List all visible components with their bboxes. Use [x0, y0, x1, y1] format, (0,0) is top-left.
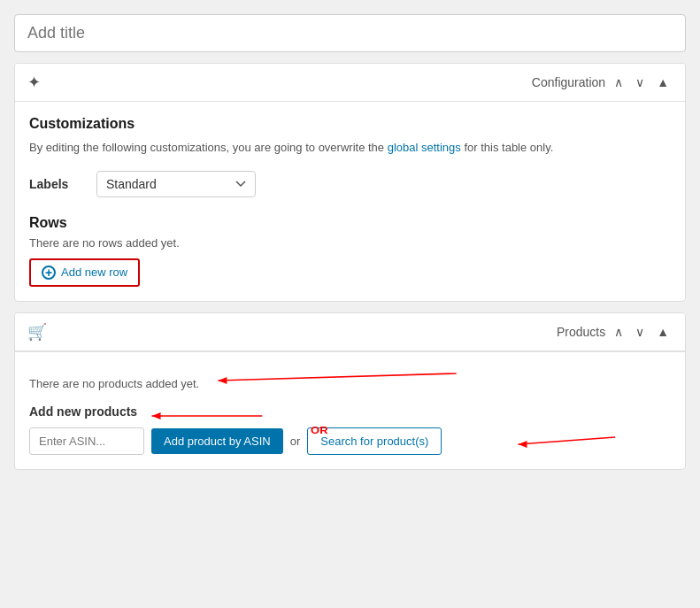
products-input-row: Add product by ASIN or Search for produc… — [29, 427, 671, 455]
asin-input[interactable] — [29, 427, 144, 455]
products-icon-container: 🛒 — [27, 322, 47, 342]
or-text: or — [290, 435, 301, 448]
products-divider — [15, 351, 685, 352]
products-move-down-button[interactable]: ∨ — [632, 323, 648, 341]
desc-part2: for this table only. — [461, 141, 554, 154]
configuration-label: Configuration — [532, 75, 605, 89]
products-panel-body: OR There are no products added yet. Add … — [15, 363, 685, 469]
products-panel: 🛒 Products ∧ ∨ ▲ OR There are no product… — [14, 312, 686, 470]
products-collapse-button[interactable]: ▲ — [653, 323, 673, 341]
customizations-panel: ✦ Configuration ∧ ∨ ▲ Customizations By … — [14, 63, 686, 302]
no-rows-message: There are no rows added yet. — [29, 236, 671, 250]
products-label: Products — [557, 325, 605, 339]
no-products-message: There are no products added yet. — [29, 377, 671, 390]
customizations-panel-header: ✦ Configuration ∧ ∨ ▲ — [15, 64, 685, 102]
customizations-title: Customizations — [29, 116, 671, 132]
global-settings-link[interactable]: global settings — [388, 141, 461, 154]
plus-circle-icon: + — [42, 266, 56, 280]
desc-part1: By editing the following customizations,… — [29, 141, 388, 154]
cart-icon: 🛒 — [27, 322, 47, 342]
search-products-button[interactable]: Search for product(s) — [307, 427, 442, 455]
rows-section: Rows There are no rows added yet. + Add … — [29, 215, 671, 287]
move-up-button[interactable]: ∧ — [611, 73, 627, 91]
add-by-asin-button[interactable]: Add product by ASIN — [151, 428, 283, 454]
customizations-description: By editing the following customizations,… — [29, 139, 671, 157]
move-down-button[interactable]: ∨ — [632, 73, 648, 91]
labels-row: Labels Standard Custom None — [29, 171, 671, 197]
products-panel-header: 🛒 Products ∧ ∨ ▲ — [15, 313, 685, 351]
title-input[interactable] — [14, 14, 686, 52]
labels-label: Labels — [29, 177, 82, 191]
panel-header-controls: Configuration ∧ ∨ ▲ — [532, 73, 673, 91]
customizations-icon: ✦ — [27, 73, 41, 92]
panel-header-icon-container: ✦ — [27, 73, 41, 92]
rows-title: Rows — [29, 215, 671, 231]
customizations-panel-body: Customizations By editing the following … — [15, 102, 685, 301]
add-new-row-button[interactable]: + Add new row — [29, 258, 140, 287]
labels-select[interactable]: Standard Custom None — [96, 171, 256, 197]
add-row-label: Add new row — [61, 266, 127, 279]
add-new-products-label: Add new products — [29, 404, 671, 419]
products-move-up-button[interactable]: ∧ — [611, 323, 627, 341]
collapse-button[interactable]: ▲ — [653, 73, 673, 91]
products-header-controls: Products ∧ ∨ ▲ — [557, 323, 673, 341]
